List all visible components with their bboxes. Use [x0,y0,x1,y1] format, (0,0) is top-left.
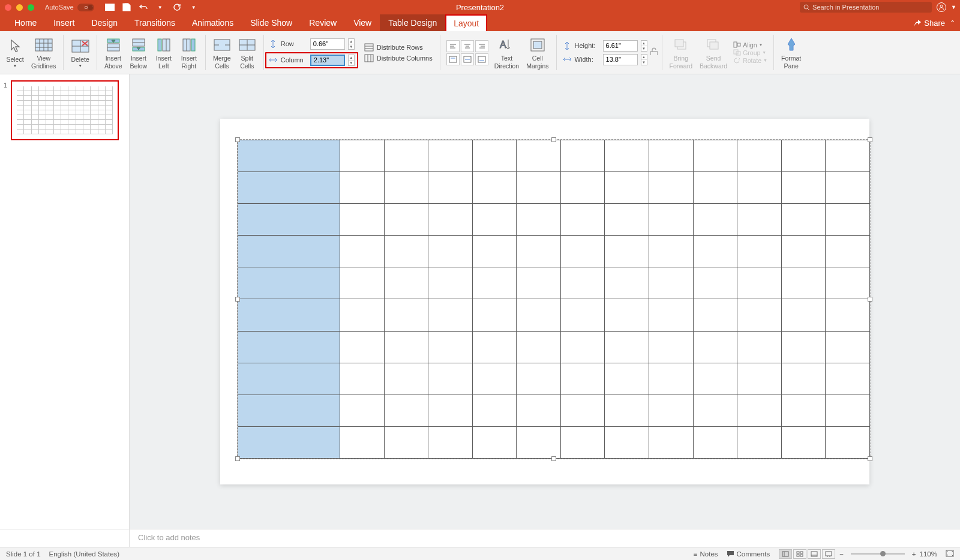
save-icon[interactable] [122,2,131,12]
table-cell[interactable] [238,299,340,331]
table-cell[interactable] [693,236,737,267]
table-cell[interactable] [428,363,473,395]
insert-right-button[interactable]: InsertRight [176,34,202,70]
table-cell[interactable] [428,426,473,458]
table-cell[interactable] [384,140,428,172]
tab-table-design[interactable]: Table Design [380,14,445,31]
delete-button[interactable]: Delete ▼ [67,35,92,69]
table-cell[interactable] [693,331,737,363]
table-cell[interactable] [472,363,517,395]
table-cell[interactable] [826,172,870,204]
table-cell[interactable] [826,140,870,172]
row-height-input[interactable] [310,38,345,50]
table-cell[interactable] [428,299,473,331]
status-notes-button[interactable]: ≡ Notes [694,550,718,558]
table-cell[interactable] [472,426,517,458]
table-cell[interactable] [737,299,782,331]
table-cell[interactable] [605,140,649,172]
table-cell[interactable] [384,267,428,299]
distribute-rows-button[interactable]: Distribute Rows [364,43,433,52]
table-cell[interactable] [781,299,826,331]
table-cell[interactable] [605,395,649,426]
table-cell[interactable] [605,299,649,331]
table-cell[interactable] [428,172,473,204]
slide-thumbnail-1[interactable] [11,80,119,140]
view-normal-button[interactable] [779,549,792,559]
undo-icon[interactable] [139,2,148,12]
merge-cells-button[interactable]: MergeCells [209,34,235,70]
tab-view[interactable]: View [345,14,380,31]
table-cell[interactable] [649,395,694,426]
table-cell[interactable] [737,140,782,172]
table-cell[interactable] [649,426,694,458]
table-cell[interactable] [826,267,870,299]
column-width-input[interactable] [310,55,345,66]
panels-icon[interactable] [105,2,115,12]
close-window-button[interactable] [5,4,11,11]
table-height-stepper[interactable]: ▲▼ [641,40,647,52]
table-cell[interactable] [340,331,385,363]
table-cell[interactable] [826,395,870,426]
table-cell[interactable] [428,395,473,426]
table-cell[interactable] [649,267,694,299]
table-cell[interactable] [649,331,694,363]
tab-layout[interactable]: Layout [445,14,487,31]
table-cell[interactable] [826,299,870,331]
tab-design[interactable]: Design [83,14,126,31]
tab-review[interactable]: Review [301,14,345,31]
table-cell[interactable] [693,172,737,204]
table-cell[interactable] [737,267,782,299]
tab-home[interactable]: Home [6,14,45,31]
zoom-in-button[interactable]: + [912,550,916,558]
table-height-input[interactable] [603,40,638,52]
table-cell[interactable] [340,363,385,395]
resize-handle[interactable] [551,456,556,461]
table-cell[interactable] [517,363,561,395]
table-cell[interactable] [826,236,870,267]
table-cell[interactable] [693,204,737,236]
table-cell[interactable] [693,299,737,331]
table-cell[interactable] [737,204,782,236]
table-cell[interactable] [472,395,517,426]
table-cell[interactable] [560,331,605,363]
format-pane-button[interactable]: FormatPane [778,34,805,70]
table-cell[interactable] [238,204,340,236]
table-cell[interactable] [693,267,737,299]
caret-down-icon[interactable]: ▼ [951,4,956,10]
table-cell[interactable] [384,426,428,458]
view-gridlines-button[interactable]: View Gridlines [28,34,59,70]
table-cell[interactable] [428,331,473,363]
align-menu[interactable]: Align▼ [733,41,767,49]
maximize-window-button[interactable] [28,4,34,11]
table-cell[interactable] [472,267,517,299]
align-bottom-left[interactable] [446,53,460,65]
table-cell[interactable] [737,331,782,363]
table-cell[interactable] [517,331,561,363]
repeat-icon[interactable] [172,2,182,12]
resize-handle[interactable] [868,137,872,142]
table-cell[interactable] [781,395,826,426]
table-width-input[interactable] [603,54,638,65]
status-comments-button[interactable]: Comments [727,550,770,558]
table-cell[interactable] [428,236,473,267]
table-cell[interactable] [826,426,870,458]
select-button[interactable]: Select ▼ [2,35,28,69]
table-cell[interactable] [517,204,561,236]
table-cell[interactable] [781,204,826,236]
table-cell[interactable] [517,426,561,458]
tab-animations[interactable]: Animations [184,14,242,31]
table-cell[interactable] [384,236,428,267]
table-cell[interactable] [517,299,561,331]
table-cell[interactable] [560,204,605,236]
text-direction-button[interactable]: A TextDirection [491,34,523,70]
table-cell[interactable] [560,267,605,299]
align-top-left[interactable] [446,40,460,52]
table-cell[interactable] [238,140,340,172]
table-cell[interactable] [560,172,605,204]
table-cell[interactable] [781,267,826,299]
insert-below-button[interactable]: InsertBelow [126,34,151,70]
align-top-center[interactable] [461,40,474,52]
table-cell[interactable] [340,267,385,299]
table-cell[interactable] [238,267,340,299]
table-cell[interactable] [428,140,473,172]
